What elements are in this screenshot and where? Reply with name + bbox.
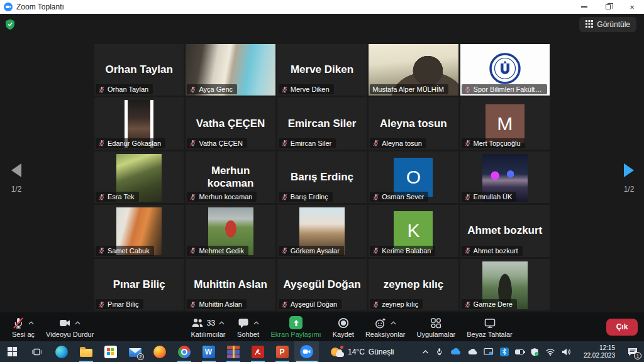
toolbar-share-screen-button[interactable]: Ekran Paylaşımı bbox=[265, 314, 327, 340]
tray-network-icon[interactable] bbox=[545, 348, 555, 356]
participant-name: Ahmet bozkurt bbox=[465, 224, 545, 237]
participant-name-label: Merve Diken bbox=[291, 85, 330, 93]
taskbar-task-view-icon[interactable] bbox=[25, 341, 49, 362]
toolbar-whiteboards-button[interactable]: Beyaz Tahtalar bbox=[461, 314, 518, 340]
participant-nameplate: Mert Topçuoğlu bbox=[462, 138, 525, 148]
participant-tile-p-nar-bili[interactable]: Pınar Biliç Pınar Biliç bbox=[94, 259, 184, 310]
taskbar-word-icon[interactable]: W bbox=[196, 341, 221, 362]
taskbar-chrome-icon[interactable] bbox=[172, 341, 196, 362]
participant-name-label: Muhittin Aslan bbox=[199, 300, 242, 308]
tray-mic-icon[interactable] bbox=[435, 348, 443, 356]
window-controls: × bbox=[572, 0, 644, 14]
toolbar-record-button[interactable]: Kaydet bbox=[327, 314, 360, 340]
taskbar-apps: 2WP bbox=[0, 341, 319, 362]
tray-cloud-icon[interactable] bbox=[467, 349, 477, 355]
toolbar-participants-button[interactable]: 33Katılımcılar bbox=[186, 314, 231, 340]
taskbar-zoom-icon[interactable] bbox=[294, 341, 319, 362]
security-shield-icon[interactable] bbox=[5, 19, 15, 33]
participant-tile-samet-cabuk[interactable]: Samet Cabuk bbox=[94, 205, 184, 256]
participant-tile-kerime-balaban[interactable]: K Kerime Balaban bbox=[369, 205, 458, 256]
participant-tile-edanur-g-kaslan[interactable]: Edanur Gökaslan bbox=[94, 97, 184, 149]
participant-tile-ay-a-genc[interactable]: Ayça Genc bbox=[186, 44, 275, 96]
tray-cast-icon[interactable] bbox=[484, 348, 494, 356]
page-indicator-left: 1/2 bbox=[3, 185, 30, 194]
tray-bluetooth-icon[interactable] bbox=[500, 348, 509, 356]
minimize-button[interactable] bbox=[572, 0, 596, 14]
toolbar-reactions-button[interactable]: Reaksiyonlar bbox=[360, 314, 411, 340]
tray-volume-icon[interactable] bbox=[562, 348, 571, 356]
tray-onedrive-icon[interactable] bbox=[450, 348, 461, 355]
participant-avatar: O bbox=[394, 158, 433, 197]
participant-tile-mehmet-gedik[interactable]: Mehmet Gedik bbox=[186, 205, 275, 256]
muted-mic-icon bbox=[98, 247, 105, 254]
tray-battery-icon[interactable] bbox=[515, 349, 524, 354]
previous-page-control: 1/2 bbox=[3, 163, 30, 194]
taskbar-winrar-icon[interactable] bbox=[221, 341, 245, 362]
next-page-arrow-icon[interactable] bbox=[624, 163, 634, 177]
taskbar-start-icon[interactable] bbox=[0, 341, 25, 362]
toolbar-apps-button[interactable]: Uygulamalar bbox=[411, 314, 461, 340]
participant-tile-g-rkem-aysalar[interactable]: Görkem Aysalar bbox=[277, 205, 367, 256]
participant-tile-bar-erdin[interactable]: Barış Erdinç Barış Erdinç bbox=[277, 151, 367, 203]
chevron-up-icon[interactable] bbox=[218, 321, 225, 326]
view-button[interactable]: Görüntüle bbox=[579, 17, 636, 32]
taskbar-mail-icon[interactable]: 2 bbox=[123, 341, 147, 362]
participant-tile-mustafa-alper-m-lhi-m[interactable]: Mustafa Alper MÜLHİM bbox=[369, 44, 458, 96]
previous-page-arrow-icon[interactable] bbox=[11, 163, 21, 177]
chevron-up-icon[interactable] bbox=[74, 321, 81, 326]
leave-button[interactable]: Çık bbox=[606, 319, 638, 336]
taskbar-weather[interactable]: 14°C Güneşli bbox=[323, 341, 402, 362]
participant-nameplate: Ayşegül Doğan bbox=[279, 299, 341, 309]
participant-tile-emircan-siler[interactable]: Emircan Siler Emircan Siler bbox=[277, 97, 367, 149]
participant-tile-osman-sever[interactable]: O Osman Sever bbox=[369, 151, 458, 203]
toolbar-unmute-button[interactable]: Sesi aç bbox=[6, 314, 40, 340]
chevron-up-icon[interactable] bbox=[390, 321, 397, 326]
participant-tile-gamze-dere[interactable]: Gamze Dere bbox=[460, 259, 550, 310]
windows-taskbar: 2WP 14°C Güneşli 12:15 22.02.2023 1 bbox=[0, 341, 644, 362]
toolbar-label: Videoyu Durdur bbox=[46, 331, 94, 338]
apps-icon bbox=[430, 317, 442, 329]
participant-tile-ay-eg-l-do-an[interactable]: Ayşegül Doğan Ayşegül Doğan bbox=[277, 259, 367, 310]
muted-mic-icon bbox=[281, 301, 288, 308]
chevron-up-icon[interactable] bbox=[28, 321, 35, 326]
view-button-label: Görüntüle bbox=[597, 20, 630, 29]
toolbar-chat-button[interactable]: Sohbet bbox=[231, 314, 265, 340]
participant-avatar: K bbox=[394, 211, 433, 250]
close-button[interactable]: × bbox=[620, 0, 644, 14]
participant-tile-aleyna-tosun[interactable]: Aleyna tosun Aleyna tosun bbox=[369, 97, 458, 149]
participant-tile-emrullah-k[interactable]: Emrullah ÜK bbox=[460, 151, 550, 203]
taskbar-file-explorer-icon[interactable] bbox=[74, 341, 98, 362]
toolbar-stop-video-button[interactable]: Videoyu Durdur bbox=[40, 314, 99, 340]
participant-tile-esra-tek[interactable]: Esra Tek bbox=[94, 151, 184, 203]
participant-nameplate: Barış Erdinç bbox=[279, 192, 333, 202]
taskbar-clock[interactable]: 12:15 22.02.2023 bbox=[584, 344, 615, 359]
taskbar-powerpoint-icon[interactable]: P bbox=[270, 341, 294, 362]
participant-name-label: Mustafa Alper MÜLHİM bbox=[372, 85, 444, 93]
participant-tile-muhittin-aslan[interactable]: Muhittin Aslan Muhittin Aslan bbox=[186, 259, 275, 310]
participant-tile-vatha-e-en[interactable]: Vatha ÇEÇEN Vatha ÇEÇEN bbox=[186, 97, 275, 149]
taskbar-acrobat-icon[interactable] bbox=[245, 341, 270, 362]
taskbar-firefox-icon[interactable] bbox=[147, 341, 172, 362]
participant-tile-ahmet-bozkurt[interactable]: Ahmet bozkurt Ahmet bozkurt bbox=[460, 205, 550, 256]
participant-tile-merve-diken[interactable]: Merve Diken Merve Diken bbox=[277, 44, 367, 96]
restore-button[interactable] bbox=[596, 0, 620, 14]
muted-mic-icon bbox=[189, 194, 196, 200]
participant-name-label: Görkem Aysalar bbox=[291, 247, 340, 255]
muted-mic-icon bbox=[281, 140, 288, 146]
tray-security-icon[interactable] bbox=[530, 348, 539, 356]
participant-nameplate: Aleyna tosun bbox=[370, 138, 426, 148]
participant-tile-spor-bilimleri-fak-ltesi[interactable]: Spor Bilimleri Fakültesi bbox=[460, 44, 550, 96]
tray-expand-icon[interactable] bbox=[422, 349, 429, 354]
toolbar-left-group: Sesi açVideoyu Durdur bbox=[6, 314, 99, 340]
muted-mic-icon bbox=[464, 247, 471, 254]
taskbar-store-icon[interactable] bbox=[98, 341, 123, 362]
participant-tile-orhan-taylan[interactable]: Orhan Taylan Orhan Taylan bbox=[94, 44, 184, 96]
action-center-button[interactable]: 1 bbox=[621, 341, 644, 362]
participant-tile-zeynep-k-l[interactable]: zeynep kılıç zeynep kılıç bbox=[369, 259, 458, 310]
participant-name-label: Emrullah ÜK bbox=[474, 193, 513, 200]
taskbar-edge-icon[interactable] bbox=[49, 341, 74, 362]
participant-tile-mert-top-uo-lu[interactable]: M Mert Topçuoğlu bbox=[460, 97, 550, 149]
muted-mic-icon bbox=[372, 140, 379, 146]
participant-tile-merhun-kocaman[interactable]: Merhun kocaman Merhun kocaman bbox=[186, 151, 275, 203]
chevron-up-icon[interactable] bbox=[253, 321, 260, 326]
